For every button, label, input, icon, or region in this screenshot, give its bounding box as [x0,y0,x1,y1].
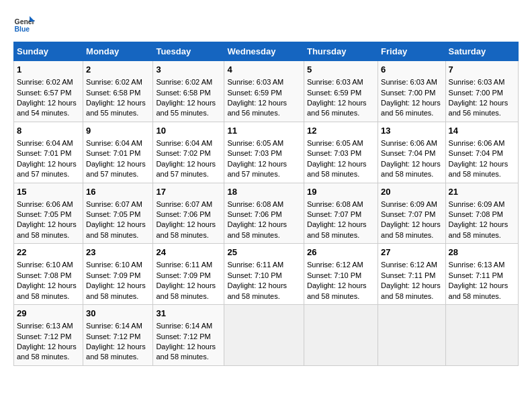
header-cell-thursday: Thursday [304,42,378,61]
sunrise-text: Sunrise: 6:09 AM [381,200,437,208]
header-cell-friday: Friday [378,42,445,61]
sunrise-text: Sunrise: 6:13 AM [17,322,73,330]
daylight-text: Daylight: 12 hours and 55 minutes. [156,99,216,117]
calendar-cell: 12Sunrise: 6:05 AMSunset: 7:03 PMDayligh… [304,122,378,183]
day-number: 18 [227,186,301,198]
daylight-text: Daylight: 12 hours and 58 minutes. [86,342,146,361]
sunrise-text: Sunrise: 6:06 AM [449,139,505,147]
daylight-text: Daylight: 12 hours and 58 minutes. [381,160,441,178]
header-cell-wednesday: Wednesday [224,42,304,61]
header-cell-monday: Monday [83,42,153,61]
daylight-text: Daylight: 12 hours and 56 minutes. [227,99,287,117]
daylight-text: Daylight: 12 hours and 58 minutes. [227,220,287,238]
daylight-text: Daylight: 12 hours and 57 minutes. [227,160,287,178]
calendar-cell: 31Sunrise: 6:14 AMSunset: 7:12 PMDayligh… [153,305,224,366]
sunset-text: Sunset: 7:05 PM [86,210,140,218]
sunrise-text: Sunrise: 6:07 AM [156,200,212,208]
sunrise-text: Sunrise: 6:13 AM [449,261,505,269]
day-number: 17 [156,186,221,198]
daylight-text: Daylight: 12 hours and 58 minutes. [17,220,77,238]
sunset-text: Sunset: 7:03 PM [227,149,281,157]
calendar-cell: 1Sunrise: 6:02 AMSunset: 6:57 PMDaylight… [14,61,83,122]
header-cell-saturday: Saturday [445,42,518,61]
daylight-text: Daylight: 12 hours and 58 minutes. [449,281,508,300]
calendar-cell: 30Sunrise: 6:14 AMSunset: 7:12 PMDayligh… [83,305,153,366]
calendar-cell: 6Sunrise: 6:03 AMSunset: 7:00 PMDaylight… [378,61,445,122]
sunrise-text: Sunrise: 6:06 AM [381,139,437,147]
sunset-text: Sunset: 6:57 PM [17,89,71,97]
svg-text:Blue: Blue [15,26,30,33]
sunset-text: Sunset: 7:03 PM [307,149,361,157]
calendar-cell: 15Sunrise: 6:06 AMSunset: 7:05 PMDayligh… [14,183,83,244]
calendar-cell: 4Sunrise: 6:03 AMSunset: 6:59 PMDaylight… [224,61,304,122]
daylight-text: Daylight: 12 hours and 58 minutes. [86,281,146,300]
day-number: 21 [449,186,515,198]
calendar-cell [304,305,378,366]
header-row: SundayMondayTuesdayWednesdayThursdayFrid… [14,42,519,61]
daylight-text: Daylight: 12 hours and 57 minutes. [17,160,77,178]
daylight-text: Daylight: 12 hours and 57 minutes. [86,160,146,178]
day-number: 19 [307,186,375,198]
day-number: 8 [17,125,80,137]
day-number: 27 [381,246,442,259]
sunset-text: Sunset: 7:06 PM [156,210,210,218]
sunrise-text: Sunrise: 6:05 AM [307,139,363,147]
sunset-text: Sunset: 7:12 PM [156,332,210,340]
calendar-cell [378,305,445,366]
sunset-text: Sunset: 6:59 PM [307,89,361,97]
day-number: 16 [86,186,150,198]
sunset-text: Sunset: 7:11 PM [449,271,503,279]
sunset-text: Sunset: 7:07 PM [381,210,435,218]
daylight-text: Daylight: 12 hours and 56 minutes. [449,99,508,117]
week-row-4: 22Sunrise: 6:10 AMSunset: 7:08 PMDayligh… [14,244,519,305]
sunset-text: Sunset: 7:08 PM [17,271,71,279]
sunset-text: Sunset: 7:12 PM [17,332,71,340]
calendar-cell: 29Sunrise: 6:13 AMSunset: 7:12 PMDayligh… [14,305,83,366]
calendar-table: SundayMondayTuesdayWednesdayThursdayFrid… [13,42,519,366]
sunset-text: Sunset: 7:09 PM [86,271,140,279]
sunset-text: Sunset: 7:01 PM [17,149,71,157]
sunset-text: Sunset: 7:08 PM [449,210,503,218]
day-number: 5 [307,64,375,76]
day-number: 31 [156,308,221,320]
sunset-text: Sunset: 7:01 PM [86,149,140,157]
sunrise-text: Sunrise: 6:03 AM [227,78,283,86]
day-number: 28 [449,246,515,259]
day-number: 14 [449,125,515,137]
sunset-text: Sunset: 6:58 PM [86,89,140,97]
day-number: 7 [449,64,515,76]
calendar-cell: 23Sunrise: 6:10 AMSunset: 7:09 PMDayligh… [83,244,153,305]
calendar-cell: 13Sunrise: 6:06 AMSunset: 7:04 PMDayligh… [378,122,445,183]
daylight-text: Daylight: 12 hours and 56 minutes. [307,99,367,117]
week-row-5: 29Sunrise: 6:13 AMSunset: 7:12 PMDayligh… [14,305,519,366]
daylight-text: Daylight: 12 hours and 58 minutes. [17,281,77,300]
sunrise-text: Sunrise: 6:07 AM [86,200,142,208]
sunrise-text: Sunrise: 6:03 AM [449,78,505,86]
daylight-text: Daylight: 12 hours and 58 minutes. [156,281,216,300]
day-number: 11 [227,125,301,137]
sunrise-text: Sunrise: 6:04 AM [86,139,142,147]
day-number: 30 [86,308,150,320]
sunrise-text: Sunrise: 6:11 AM [156,261,212,269]
header-cell-sunday: Sunday [14,42,83,61]
calendar-cell: 18Sunrise: 6:08 AMSunset: 7:06 PMDayligh… [224,183,304,244]
sunrise-text: Sunrise: 6:03 AM [307,78,363,86]
calendar-cell: 28Sunrise: 6:13 AMSunset: 7:11 PMDayligh… [445,244,518,305]
day-number: 25 [227,246,301,259]
daylight-text: Daylight: 12 hours and 54 minutes. [17,99,77,117]
sunrise-text: Sunrise: 6:04 AM [17,139,73,147]
day-number: 23 [86,246,150,259]
calendar-cell: 10Sunrise: 6:04 AMSunset: 7:02 PMDayligh… [153,122,224,183]
daylight-text: Daylight: 12 hours and 55 minutes. [86,99,146,117]
day-number: 24 [156,246,221,259]
sunset-text: Sunset: 7:00 PM [381,89,435,97]
sunrise-text: Sunrise: 6:11 AM [227,261,283,269]
day-number: 4 [227,64,301,76]
daylight-text: Daylight: 12 hours and 58 minutes. [307,220,367,238]
header-cell-tuesday: Tuesday [153,42,224,61]
calendar-cell: 22Sunrise: 6:10 AMSunset: 7:08 PMDayligh… [14,244,83,305]
sunrise-text: Sunrise: 6:04 AM [156,139,212,147]
calendar-cell: 24Sunrise: 6:11 AMSunset: 7:09 PMDayligh… [153,244,224,305]
header: General Blue [13,13,519,35]
daylight-text: Daylight: 12 hours and 58 minutes. [307,160,367,178]
